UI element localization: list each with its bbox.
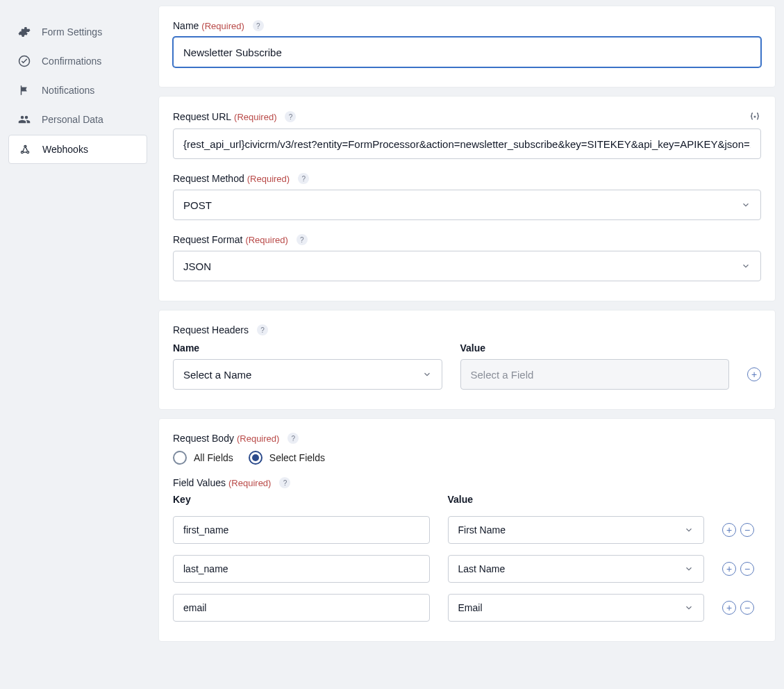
main-content: Name (Required) ? Request URL (Required)… — [158, 6, 776, 642]
chevron-down-icon — [684, 603, 694, 613]
required-badge: (Required) — [201, 21, 244, 31]
label-name: Name — [173, 20, 199, 31]
help-icon[interactable]: ? — [253, 20, 264, 31]
sidebar-item-notifications[interactable]: Notifications — [8, 76, 147, 104]
field-value-select[interactable]: Email — [448, 594, 705, 622]
help-icon[interactable]: ? — [279, 477, 290, 488]
webhook-icon — [19, 143, 31, 156]
label-field-values: Field Values — [173, 477, 226, 488]
required-badge: (Required) — [237, 433, 279, 444]
radio-all-fields[interactable]: All Fields — [173, 451, 233, 465]
sidebar-item-personal-data[interactable]: Personal Data — [8, 106, 147, 133]
card-body: Request Body (Required) ? All Fields Sel… — [158, 418, 776, 642]
people-icon — [18, 113, 31, 126]
name-input[interactable] — [173, 37, 761, 67]
field-key-input[interactable] — [173, 516, 430, 544]
select-value: Email — [458, 602, 483, 613]
required-badge: (Required) — [247, 174, 290, 184]
request-method-select[interactable]: POST — [173, 190, 761, 220]
select-value: JSON — [183, 260, 211, 272]
chevron-down-icon — [741, 261, 751, 271]
field-value-select[interactable]: Last Name — [448, 555, 705, 583]
help-icon[interactable]: ? — [287, 433, 299, 444]
app-layout: Form Settings Confirmations Notification… — [0, 0, 784, 647]
sidebar-item-confirmations[interactable]: Confirmations — [8, 47, 147, 75]
sidebar-item-label: Form Settings — [42, 26, 102, 38]
card-request: Request URL (Required) ? Request Method … — [158, 96, 776, 301]
select-value: Last Name — [458, 563, 506, 574]
merge-tag-icon[interactable] — [749, 110, 761, 123]
chevron-down-icon — [741, 200, 751, 210]
sidebar-item-form-settings[interactable]: Form Settings — [8, 18, 147, 46]
field-value-select[interactable]: First Name — [448, 516, 705, 544]
sidebar-item-label: Confirmations — [42, 56, 101, 67]
help-icon[interactable]: ? — [297, 234, 308, 245]
header-name-select[interactable]: Select a Name — [173, 359, 442, 390]
label-request-headers: Request Headers — [173, 324, 249, 335]
sidebar: Form Settings Confirmations Notification… — [8, 6, 147, 642]
required-badge: (Required) — [228, 478, 271, 488]
chevron-down-icon — [422, 370, 432, 379]
header-value-input[interactable] — [460, 359, 730, 390]
add-row-button[interactable]: + — [722, 601, 736, 615]
add-header-button[interactable]: + — [747, 367, 761, 381]
radio-select-fields[interactable]: Select Fields — [249, 451, 325, 465]
header-name-col: Name — [173, 342, 442, 354]
key-col-header: Key — [173, 494, 430, 505]
select-value: POST — [183, 199, 212, 211]
sidebar-item-label: Notifications — [42, 85, 94, 96]
request-url-input[interactable] — [173, 128, 761, 159]
check-circle-icon — [18, 55, 31, 67]
radio-icon — [173, 451, 187, 465]
required-badge: (Required) — [234, 112, 276, 122]
label-request-format: Request Format — [173, 234, 242, 245]
chevron-down-icon — [684, 564, 694, 574]
sidebar-item-label: Webhooks — [42, 144, 88, 155]
svg-point-0 — [754, 116, 756, 117]
field-key-input[interactable] — [173, 594, 430, 622]
request-format-select[interactable]: JSON — [173, 251, 761, 281]
header-value-col: Value — [460, 342, 730, 354]
sidebar-item-label: Personal Data — [42, 114, 103, 125]
radio-label: Select Fields — [269, 452, 325, 463]
chevron-down-icon — [684, 525, 694, 535]
radio-icon — [249, 451, 262, 465]
add-row-button[interactable]: + — [722, 562, 736, 576]
select-placeholder: Select a Name — [183, 369, 251, 381]
gear-icon — [18, 26, 31, 38]
card-headers: Request Headers ? Name Value Select a Na… — [158, 310, 776, 410]
help-icon[interactable]: ? — [285, 111, 296, 122]
label-request-method: Request Method — [173, 173, 244, 184]
radio-label: All Fields — [194, 452, 233, 463]
remove-row-button[interactable]: − — [740, 601, 754, 615]
label-request-body: Request Body — [173, 433, 234, 444]
select-value: First Name — [458, 524, 506, 536]
help-icon[interactable]: ? — [257, 324, 268, 335]
card-name: Name (Required) ? — [158, 6, 776, 88]
remove-row-button[interactable]: − — [740, 562, 754, 576]
add-row-button[interactable]: + — [722, 523, 736, 537]
remove-row-button[interactable]: − — [740, 523, 754, 537]
required-badge: (Required) — [245, 235, 287, 245]
help-icon[interactable]: ? — [298, 173, 309, 184]
label-request-url: Request URL — [173, 111, 231, 122]
sidebar-item-webhooks[interactable]: Webhooks — [8, 135, 147, 164]
field-key-input[interactable] — [173, 555, 430, 583]
value-col-header: Value — [448, 494, 705, 505]
flag-icon — [18, 84, 31, 97]
